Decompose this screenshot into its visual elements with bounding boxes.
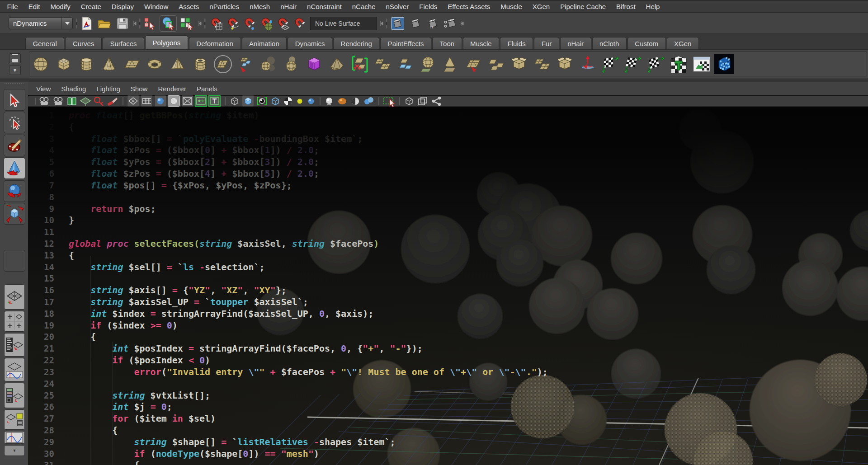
svg-text:R: R — [430, 25, 434, 29]
